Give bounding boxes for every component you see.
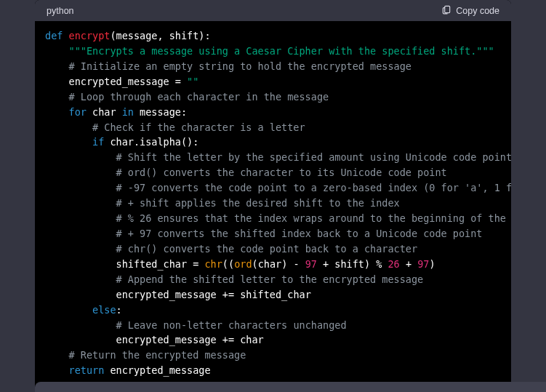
copy-code-label: Copy code — [456, 6, 499, 16]
code-text: encrypted_message += shifted_char — [116, 289, 311, 300]
number: 97 — [417, 258, 429, 270]
code-text: encrypted_message = — [69, 76, 188, 87]
comment: # Leave non-letter characters unchanged — [116, 319, 347, 331]
builtin-chr: chr — [204, 258, 222, 270]
code-text: + shift) % — [317, 258, 388, 270]
code-text: ) — [429, 258, 435, 270]
string-literal: "" — [187, 76, 198, 87]
docstring: """Encrypts a message using a Caesar Cip… — [69, 45, 494, 57]
comment: # Initialize an empty string to hold the… — [69, 60, 411, 72]
keyword-if: if — [92, 136, 104, 148]
builtin-ord: ord — [234, 258, 252, 270]
chat-input-bar[interactable] — [35, 382, 546, 392]
number: 97 — [305, 258, 317, 270]
keyword-def: def — [45, 30, 63, 41]
code-text: message: — [134, 106, 187, 118]
code-header: python Copy code — [35, 0, 511, 21]
comment: # chr() converts the code point back to … — [116, 243, 418, 255]
copy-code-button[interactable]: Copy code — [441, 4, 499, 17]
comment: # Shift the letter by the specified amou… — [116, 151, 511, 163]
code-text: char — [87, 106, 122, 118]
keyword-for: for — [69, 106, 87, 118]
svg-rect-0 — [445, 6, 450, 12]
code-text: encrypted_message += char — [116, 334, 264, 345]
keyword-return: return — [69, 364, 105, 376]
comment: # % 26 ensures that the index wraps arou… — [116, 212, 511, 224]
comment: # ord() converts the character to its Un… — [116, 167, 447, 178]
number: 26 — [388, 258, 399, 270]
comment: # Loop through each character in the mes… — [69, 91, 329, 103]
comment: # -97 converts the code point to a zero-… — [116, 182, 511, 193]
code-block: python Copy code def encrypt(message, sh… — [35, 0, 511, 387]
keyword-else: else — [92, 304, 116, 316]
comment: # Check if the character is a letter — [92, 121, 305, 133]
code-text: encrypted_message — [104, 364, 210, 376]
keyword-in: in — [122, 106, 134, 118]
code-text: + — [400, 258, 417, 270]
signature: (message, shift): — [110, 30, 210, 41]
code-text: (( — [222, 258, 234, 270]
clipboard-icon — [441, 4, 451, 17]
code-text: shifted_char = — [116, 258, 205, 270]
code-text: char.isalpha(): — [104, 136, 198, 148]
comment: # Return the encrypted message — [69, 349, 246, 361]
comment: # + shift applies the desired shift to t… — [116, 197, 400, 209]
comment: # Append the shifted letter to the encry… — [116, 273, 424, 285]
function-name: encrypt — [69, 30, 111, 41]
code-text: (char) - — [252, 258, 305, 270]
code-text: : — [116, 304, 122, 316]
code-content[interactable]: def encrypt(message, shift): """Encrypts… — [35, 21, 511, 387]
language-label: python — [47, 6, 74, 16]
comment: # + 97 converts the shifted index back t… — [116, 228, 483, 239]
